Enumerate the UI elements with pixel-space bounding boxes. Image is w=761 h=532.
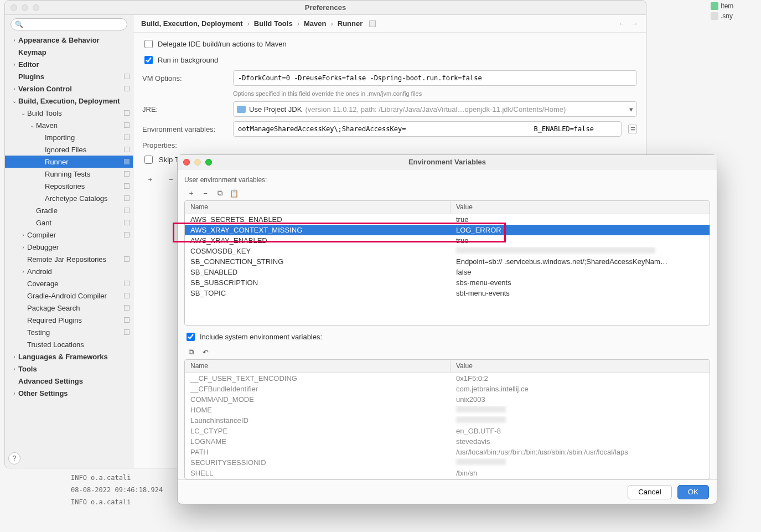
user-vars-table[interactable]: Name Value AWS_SECRETS_ENABLEDtrueAWS_XR… xyxy=(184,200,710,326)
table-row[interactable]: SB_CONNECTION_STRINGEndpoint=sb:// .serv… xyxy=(185,256,710,267)
tree-item[interactable]: Gradle xyxy=(5,204,133,216)
tree-item[interactable]: Advanced Settings xyxy=(5,375,133,387)
chevron-down-icon: ▾ xyxy=(629,105,633,113)
nav-back-icon[interactable]: ← xyxy=(618,19,625,28)
right-panel-item[interactable]: Item xyxy=(711,2,759,10)
tree-item[interactable]: ›Version Control xyxy=(5,82,133,95)
table-row[interactable]: __CF_USER_TEXT_ENCODING0x1F5:0:2 xyxy=(185,373,710,384)
project-settings-icon xyxy=(124,135,130,140)
pref-titlebar: Preferences xyxy=(5,1,646,15)
tree-item[interactable]: ›Debugger xyxy=(5,241,133,253)
table-row[interactable]: LaunchInstanceID xyxy=(185,415,710,426)
tree-item[interactable]: Ignored Files xyxy=(5,143,133,156)
tree-item[interactable]: ⌄Build, Execution, Deployment xyxy=(5,95,133,107)
delegate-checkbox[interactable] xyxy=(144,40,153,48)
table-row[interactable]: HOME xyxy=(185,405,710,415)
undo-button[interactable]: ↶ xyxy=(200,347,211,357)
project-settings-icon xyxy=(124,86,130,91)
var-name-cell: __CFBundleIdentifier xyxy=(185,385,451,393)
expand-env-icon[interactable]: ☰ xyxy=(628,125,637,133)
envvar-input[interactable] xyxy=(233,121,622,137)
right-panel-item[interactable]: .sny xyxy=(711,12,759,20)
tree-item[interactable]: Required Plugins xyxy=(5,314,133,326)
table-row[interactable]: AWS_XRAY_ENABLEDtrue xyxy=(185,235,710,246)
include-sys-checkbox[interactable] xyxy=(187,333,195,341)
tree-item[interactable]: Trusted Locations xyxy=(5,338,133,350)
table-row[interactable]: SB_TOPICsbt-menu-events xyxy=(185,288,710,298)
var-name-cell: SB_ENABLED xyxy=(185,268,451,276)
add-property-button[interactable]: ＋ xyxy=(142,173,158,185)
tree-item[interactable]: Importing xyxy=(5,131,133,143)
breadcrumb-item[interactable]: Build Tools xyxy=(254,19,293,28)
tree-item[interactable]: ⌄Build Tools xyxy=(5,107,133,119)
breadcrumb-item[interactable]: Build, Execution, Deployment xyxy=(141,19,242,28)
tree-item[interactable]: Testing xyxy=(5,326,133,338)
tree-item[interactable]: ›Compiler xyxy=(5,229,133,241)
cancel-button[interactable]: Cancel xyxy=(628,485,672,499)
pref-tree[interactable]: ›Appearance & BehaviorKeymap›EditorPlugi… xyxy=(5,34,133,449)
tree-item[interactable]: Keymap xyxy=(5,46,133,58)
table-row[interactable]: AWS_SECRETS_ENABLEDtrue xyxy=(185,214,710,225)
tree-item[interactable]: Plugins xyxy=(5,70,133,82)
add-button[interactable]: ＋ xyxy=(185,188,196,198)
paste-button[interactable]: 📋 xyxy=(229,188,240,198)
vmoptions-hint: Options specified in this field override… xyxy=(142,90,637,97)
help-button[interactable]: ? xyxy=(8,452,20,464)
table-row[interactable]: SHELL/bin/sh xyxy=(185,468,710,478)
var-name-cell: SHELL xyxy=(185,469,451,477)
sys-vars-toolbar: ⧉ ↶ xyxy=(184,345,710,359)
col-value[interactable]: Value xyxy=(451,201,710,214)
tree-item[interactable]: ›Android xyxy=(5,265,133,277)
col-name[interactable]: Name xyxy=(185,360,451,373)
var-value-cell: Endpoint=sb:// .servicebus.windows.net/;… xyxy=(451,257,710,266)
ok-button[interactable]: OK xyxy=(677,485,709,499)
sys-vars-table[interactable]: Name Value __CF_USER_TEXT_ENCODING0x1F5:… xyxy=(184,359,710,479)
table-row[interactable]: AWS_XRAY_CONTEXT_MISSINGLOG_ERROR xyxy=(185,225,710,235)
sidebar-search-input[interactable] xyxy=(11,18,127,30)
run-background-checkbox[interactable] xyxy=(144,56,153,64)
var-name-cell: SB_TOPIC xyxy=(185,289,451,297)
table-row[interactable]: SECURITYSESSIONID xyxy=(185,457,710,468)
tree-label: Running Tests xyxy=(45,170,122,178)
tree-label: Advanced Settings xyxy=(18,377,130,385)
tree-item[interactable]: Repositories xyxy=(5,180,133,192)
col-name[interactable]: Name xyxy=(185,201,451,214)
var-name-cell: COMMAND_MODE xyxy=(185,395,451,404)
tree-item[interactable]: Running Tests xyxy=(5,168,133,180)
table-row[interactable]: SSH_AUTH_SOCK/private/tmp/com.apple.laun… xyxy=(185,478,710,479)
tree-item[interactable]: ›Editor xyxy=(5,58,133,70)
tree-item[interactable]: Package Search xyxy=(5,302,133,314)
table-row[interactable]: SB_ENABLEDfalse xyxy=(185,267,710,277)
var-name-cell: AWS_XRAY_ENABLED xyxy=(185,236,451,245)
tree-item[interactable]: ›Appearance & Behavior xyxy=(5,34,133,46)
tree-item[interactable]: ›Other Settings xyxy=(5,387,133,399)
jre-select[interactable]: Use Project JDK (version 11.0.12, path: … xyxy=(233,101,637,117)
tree-item[interactable]: Remote Jar Repositories xyxy=(5,253,133,265)
col-value[interactable]: Value xyxy=(451,360,710,373)
table-row[interactable]: LC_CTYPEen_GB.UTF-8 xyxy=(185,426,710,436)
tree-label: Compiler xyxy=(27,231,122,239)
tree-item[interactable]: ›Languages & Frameworks xyxy=(5,350,133,363)
tree-item[interactable]: ⌄Maven xyxy=(5,119,133,131)
copy-button[interactable]: ⧉ xyxy=(185,347,196,357)
tree-item[interactable]: ›Tools xyxy=(5,363,133,375)
table-row[interactable]: __CFBundleIdentifiercom.jetbrains.intell… xyxy=(185,384,710,394)
nav-forward-icon[interactable]: → xyxy=(631,19,638,28)
tree-item[interactable]: Runner xyxy=(5,156,133,168)
table-row[interactable]: COSMOSDB_KEY xyxy=(185,246,710,256)
table-row[interactable]: LOGNAMEstevedavis xyxy=(185,436,710,447)
vmoptions-input[interactable] xyxy=(233,70,637,86)
table-row[interactable]: SB_SUBSCRIPTIONsbs-menu-events xyxy=(185,277,710,288)
remove-button[interactable]: − xyxy=(200,188,211,198)
breadcrumb-item[interactable]: Maven xyxy=(304,19,326,28)
table-row[interactable]: PATH/usr/local/bin:/usr/bin:/bin:/usr/sb… xyxy=(185,447,710,457)
tree-item[interactable]: Archetype Catalogs xyxy=(5,192,133,204)
tree-item[interactable]: Coverage xyxy=(5,277,133,290)
remove-property-button[interactable]: − xyxy=(163,173,179,185)
tree-item[interactable]: Gradle-Android Compiler xyxy=(5,290,133,302)
table-row[interactable]: COMMAND_MODEunix2003 xyxy=(185,394,710,405)
skip-tests-checkbox[interactable] xyxy=(144,156,153,164)
file-icon xyxy=(711,12,718,20)
tree-item[interactable]: Gant xyxy=(5,216,133,229)
copy-button[interactable]: ⧉ xyxy=(214,188,225,198)
